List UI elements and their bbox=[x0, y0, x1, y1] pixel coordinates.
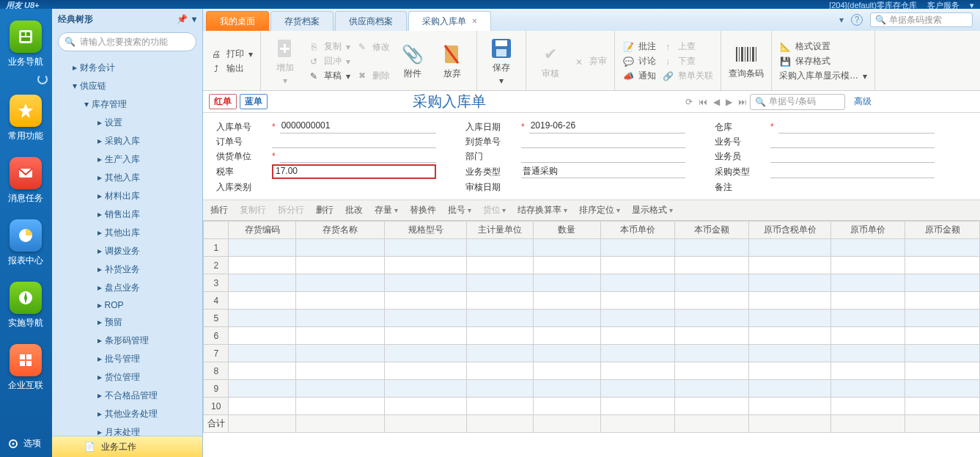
footer-business-work[interactable]: 📄 业务工作 bbox=[52, 436, 202, 457]
reverse-button[interactable]: ↺回冲 ▾ bbox=[308, 55, 350, 67]
pin-icon[interactable]: 📌 bbox=[177, 14, 188, 24]
grid-cell[interactable] bbox=[229, 239, 295, 257]
next-icon[interactable]: ▶ bbox=[726, 97, 732, 107]
export-button[interactable]: ⤴输出 bbox=[210, 62, 253, 75]
unaudit-button[interactable]: ⨯弃审 bbox=[573, 55, 607, 67]
attachment-button[interactable]: 📎附件 bbox=[396, 35, 430, 87]
row-header[interactable]: 7 bbox=[204, 345, 229, 362]
help-icon[interactable]: ? bbox=[851, 14, 863, 26]
grid-cell[interactable] bbox=[831, 292, 905, 310]
last-icon[interactable]: ⏭ bbox=[738, 97, 747, 107]
field-biz-no[interactable] bbox=[770, 135, 935, 148]
grid-cell[interactable] bbox=[467, 327, 534, 345]
grid-cell[interactable] bbox=[534, 345, 600, 362]
tree-item[interactable]: 补货业务 bbox=[52, 260, 202, 279]
print-button[interactable]: 🖨打印 ▾ bbox=[210, 48, 253, 60]
grid-cell[interactable] bbox=[675, 310, 749, 327]
grid-cell[interactable] bbox=[229, 380, 295, 398]
grid-cell[interactable] bbox=[534, 239, 600, 257]
replace-button[interactable]: 替换件 bbox=[410, 204, 436, 216]
location-button[interactable]: 货位 bbox=[483, 204, 506, 216]
grid-cell[interactable] bbox=[675, 327, 749, 345]
grid-cell[interactable] bbox=[295, 380, 385, 398]
doc-search-input[interactable]: 🔍单据号/条码 bbox=[750, 94, 845, 110]
grid-cell[interactable] bbox=[831, 239, 905, 257]
grid-cell[interactable] bbox=[831, 257, 905, 274]
grid-cell[interactable] bbox=[905, 398, 980, 415]
tree-node-finance[interactable]: 财务会计 bbox=[52, 59, 202, 77]
grid-cell[interactable] bbox=[229, 310, 295, 327]
blue-bill-toggle[interactable]: 蓝单 bbox=[240, 94, 268, 109]
field-in-date[interactable]: 2019-06-26 bbox=[529, 120, 685, 134]
discuss-button[interactable]: 💬讨论 bbox=[622, 55, 656, 67]
grid-cell[interactable] bbox=[749, 345, 831, 362]
grid-cell[interactable] bbox=[467, 257, 534, 274]
grid-cell[interactable] bbox=[295, 310, 385, 327]
tree-item[interactable]: 设置 bbox=[52, 114, 202, 132]
field-tax-rate[interactable]: 17.00 bbox=[272, 164, 436, 179]
field-remark[interactable] bbox=[770, 180, 935, 194]
notify-button[interactable]: 📣通知 bbox=[622, 70, 656, 82]
field-in-type[interactable] bbox=[272, 180, 436, 194]
grid-cell[interactable] bbox=[229, 327, 295, 345]
grid-cell[interactable] bbox=[831, 362, 905, 380]
grid-cell[interactable] bbox=[600, 398, 674, 415]
link-all-button[interactable]: 🔗整单关联 bbox=[662, 70, 713, 82]
grid-cell[interactable] bbox=[385, 257, 467, 274]
grid-cell[interactable] bbox=[675, 362, 749, 380]
grid-cell[interactable] bbox=[229, 257, 295, 274]
grid-cell[interactable] bbox=[385, 345, 467, 362]
grid-cell[interactable] bbox=[295, 327, 385, 345]
grid-cell[interactable] bbox=[385, 362, 467, 380]
grid-cell[interactable] bbox=[385, 274, 467, 292]
grid-cell[interactable] bbox=[534, 292, 600, 310]
col-local-price[interactable]: 本币单价 bbox=[600, 222, 674, 239]
nav-implement[interactable]: 实施导航 bbox=[6, 277, 45, 337]
nav-messages[interactable]: 消息任务 bbox=[6, 153, 45, 212]
tab-inventory[interactable]: 存货档案 bbox=[270, 11, 334, 31]
nav-common[interactable]: 常用功能 bbox=[6, 90, 45, 150]
close-icon[interactable]: × bbox=[472, 16, 477, 26]
row-header[interactable]: 9 bbox=[204, 380, 229, 398]
col-orig-amount[interactable]: 原币金额 bbox=[905, 222, 980, 239]
tree-item[interactable]: 批号管理 bbox=[52, 350, 202, 368]
field-arrival-no[interactable] bbox=[521, 135, 685, 148]
grid-cell[interactable] bbox=[385, 398, 467, 415]
grid-cell[interactable] bbox=[385, 380, 467, 398]
grid-cell[interactable] bbox=[675, 292, 749, 310]
col-name[interactable]: 存货名称 bbox=[295, 222, 385, 239]
grid-cell[interactable] bbox=[600, 239, 674, 257]
grid-cell[interactable] bbox=[385, 327, 467, 345]
grid-cell[interactable] bbox=[295, 239, 385, 257]
grid-cell[interactable] bbox=[600, 362, 674, 380]
modify-button[interactable]: ✎修改 bbox=[356, 41, 390, 54]
grid-cell[interactable] bbox=[467, 239, 534, 257]
first-icon[interactable]: ⏮ bbox=[699, 97, 707, 107]
grid-cell[interactable] bbox=[675, 274, 749, 292]
grid-cell[interactable] bbox=[749, 362, 831, 380]
grid-cell[interactable] bbox=[534, 327, 600, 345]
grid-cell[interactable] bbox=[600, 345, 674, 362]
batch-no-button[interactable]: 批号 bbox=[448, 204, 471, 216]
tree-item[interactable]: 材料出库 bbox=[52, 187, 202, 205]
format-settings-button[interactable]: 📐格式设置 bbox=[779, 40, 867, 53]
field-salesman[interactable] bbox=[770, 150, 935, 163]
col-unit[interactable]: 主计量单位 bbox=[467, 222, 534, 239]
tree-item[interactable]: 其他入库 bbox=[52, 169, 202, 187]
grid-cell[interactable] bbox=[749, 257, 831, 274]
tree-item[interactable]: 其他业务处理 bbox=[52, 405, 202, 423]
col-orig-price[interactable]: 原币单价 bbox=[831, 222, 905, 239]
delete-button[interactable]: ✖删除 bbox=[356, 70, 390, 82]
grid-cell[interactable] bbox=[905, 239, 980, 257]
tree-item[interactable]: 预留 bbox=[52, 313, 202, 332]
grid-cell[interactable] bbox=[295, 345, 385, 362]
row-header[interactable]: 4 bbox=[204, 292, 229, 310]
display-format-button[interactable]: 显示格式 bbox=[632, 204, 673, 216]
tree-item[interactable]: 条形码管理 bbox=[52, 332, 202, 350]
grid-cell[interactable] bbox=[534, 362, 600, 380]
row-header[interactable]: 6 bbox=[204, 327, 229, 345]
add-button[interactable]: 增加 ▾ bbox=[268, 35, 302, 87]
prev-icon[interactable]: ◀ bbox=[713, 97, 720, 107]
grid-cell[interactable] bbox=[749, 274, 831, 292]
tree-item[interactable]: 盘点业务 bbox=[52, 279, 202, 297]
